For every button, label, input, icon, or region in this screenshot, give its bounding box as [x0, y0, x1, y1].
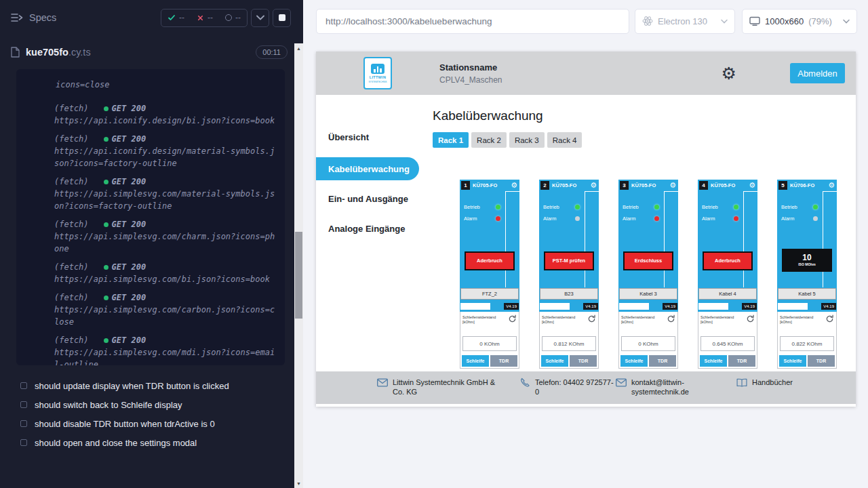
test-title: should update display when TDR button is…: [35, 381, 229, 391]
tdr-button[interactable]: TDR: [649, 355, 676, 367]
sidebar-item-ein-und-ausgaenge[interactable]: Ein- und Ausgänge: [328, 190, 431, 207]
card-number: 2: [540, 181, 549, 190]
log-entry[interactable]: (fetch)GET 200 https://api.simplesvg.com…: [54, 261, 277, 285]
divider: [823, 191, 823, 287]
tab-rack-1[interactable]: Rack 1: [433, 132, 469, 148]
sidebar-item-uebersicht[interactable]: Übersicht: [328, 129, 431, 145]
test-runner-panel: Specs -- -- --: [0, 0, 303, 488]
device-cards: 1 KÜ705-FO ⚙ Betrieb Alarm Aderbruch FTZ…: [460, 180, 856, 369]
card-settings-gear-icon[interactable]: ⚙: [590, 180, 597, 190]
browser-selector[interactable]: Electron 130: [635, 9, 735, 34]
specs-list-icon: [11, 13, 23, 22]
iso-unit: ISO MOhm: [798, 263, 816, 267]
divider: [823, 191, 837, 192]
command-log[interactable]: icons=close (fetch)GET 200 https://api.i…: [16, 69, 285, 365]
footer-phone[interactable]: Telefon: 04402 972577-0: [519, 378, 615, 397]
logout-button[interactable]: Abmelden: [790, 63, 845, 83]
tab-rack-4[interactable]: Rack 4: [547, 132, 583, 148]
schleife-button[interactable]: Schleife: [541, 355, 568, 367]
collapse-reporter-button[interactable]: [251, 9, 269, 27]
passed-check-icon: [167, 14, 176, 22]
log-source: (fetch): [54, 133, 89, 145]
url-input[interactable]: http://localhost:3000/kabelueberwachung: [316, 9, 629, 34]
refresh-icon[interactable]: [587, 314, 596, 323]
log-entry[interactable]: (fetch)GET 200 https://api.simplesvg.com…: [54, 218, 277, 255]
betrieb-led: [813, 205, 818, 209]
log-url: https://api.simplesvg.com/mdi.json?icons…: [54, 346, 277, 365]
url-text: http://localhost:3000/kabelueberwachung: [326, 16, 492, 26]
divider: [505, 191, 506, 287]
status-text: Aderbruch: [466, 253, 513, 269]
status-dot-icon: [104, 338, 108, 343]
tdr-button[interactable]: TDR: [570, 355, 597, 367]
specs-label: Specs: [29, 12, 56, 23]
log-entry[interactable]: (fetch)GET 200 https://api.iconify.desig…: [54, 102, 277, 127]
device-card-front: 2 KÜ705-FO ⚙ Betrieb Alarm PST-M prüfen …: [539, 180, 599, 312]
log-line-tail: icons=close: [54, 79, 277, 91]
cable-name: Kabel 3: [619, 288, 677, 300]
spec-header: kue705fo.cy.ts 00:11: [0, 39, 294, 65]
station-info: Stationsname CPLV4_Maschen: [439, 62, 502, 85]
firmware-version: V4.19: [742, 303, 757, 310]
test-item[interactable]: should update display when TDR button is…: [20, 376, 289, 395]
runner-scrollbar[interactable]: ▲ ▼: [294, 43, 303, 488]
failed-x-icon: [197, 14, 204, 22]
mini-strip: [778, 303, 808, 310]
app-footer: Littwin Systemtechnik GmbH & Co. KG Tele…: [316, 371, 856, 404]
viewport-size: 1000x660: [765, 16, 804, 26]
card-settings-gear-icon[interactable]: ⚙: [669, 180, 676, 190]
scrollbar-thumb[interactable]: [295, 232, 302, 319]
status-dot-icon: [104, 265, 108, 270]
alarm-led: [813, 216, 818, 221]
test-item[interactable]: should open and close the settings modal: [20, 433, 289, 452]
scroll-down-arrow[interactable]: ▼: [294, 479, 303, 488]
sidebar-item-kabelueberwachung[interactable]: Kabelüberwachung: [316, 157, 419, 180]
footer-company-text: Littwin Systemtechnik GmbH & Co. KG: [393, 378, 496, 397]
footer-email[interactable]: kontakt@littwin-systemtechnik.de: [616, 378, 714, 397]
tdr-button[interactable]: TDR: [490, 355, 517, 367]
schleife-button[interactable]: Schleife: [779, 355, 806, 367]
measurement-label: Schleifenwiderstand [kOhm]: [542, 315, 583, 325]
test-item[interactable]: should switch back to Schleife display: [20, 395, 289, 414]
log-source: (fetch): [54, 334, 89, 346]
tdr-button[interactable]: TDR: [808, 355, 835, 367]
log-entry[interactable]: (fetch)GET 200 https://api.iconify.desig…: [54, 133, 277, 169]
alarm-label: Alarm: [543, 216, 557, 222]
page-title: Kabelüberwachung: [433, 108, 856, 123]
spec-name[interactable]: kue705fo.cy.ts: [26, 47, 91, 58]
tab-rack-2[interactable]: Rack 2: [471, 132, 507, 148]
tdr-button[interactable]: TDR: [728, 355, 755, 367]
schleife-button[interactable]: Schleife: [620, 355, 648, 367]
log-source: (fetch): [54, 261, 89, 273]
sidebar-item-analoge-eingaenge[interactable]: Analoge Eingänge: [328, 220, 431, 237]
email-icon: [377, 378, 388, 388]
schleife-button[interactable]: Schleife: [700, 355, 727, 367]
iso-value: 10: [802, 253, 811, 262]
failed-count: --: [208, 13, 213, 22]
betrieb-label: Betrieb: [543, 204, 559, 210]
specs-toggle[interactable]: Specs: [11, 12, 56, 23]
schleife-button[interactable]: Schleife: [462, 355, 489, 367]
viewport-selector[interactable]: 1000x660 (79%): [742, 9, 857, 34]
refresh-icon[interactable]: [825, 314, 834, 323]
measurement-value: 0.822 KOhm: [780, 336, 834, 351]
test-item[interactable]: should disable TDR button when tdrActive…: [20, 414, 289, 433]
tab-rack-3[interactable]: Rack 3: [509, 132, 545, 148]
card-settings-gear-icon[interactable]: ⚙: [511, 180, 517, 190]
settings-gear-icon[interactable]: ⚙: [722, 65, 736, 82]
divider: [505, 191, 519, 192]
refresh-icon[interactable]: [508, 314, 517, 323]
refresh-icon[interactable]: [746, 314, 755, 323]
card-settings-gear-icon[interactable]: ⚙: [828, 180, 835, 190]
log-entry[interactable]: (fetch)GET 200 https://api.simplesvg.com…: [54, 176, 277, 212]
refresh-icon[interactable]: [667, 314, 675, 323]
footer-manuals[interactable]: Handbücher: [736, 378, 793, 388]
log-entry[interactable]: (fetch)GET 200 https://api.simplesvg.com…: [54, 291, 277, 328]
betrieb-led: [575, 205, 580, 209]
betrieb-led: [734, 205, 738, 209]
app-preview: LITTWIN SYSTEMTECHNIK Stationsname CPLV4…: [316, 52, 856, 407]
scroll-up-arrow[interactable]: ▲: [294, 43, 303, 53]
card-settings-gear-icon[interactable]: ⚙: [749, 180, 755, 190]
stop-run-button[interactable]: [273, 9, 291, 27]
log-entry[interactable]: (fetch)GET 200 https://api.simplesvg.com…: [54, 334, 277, 365]
